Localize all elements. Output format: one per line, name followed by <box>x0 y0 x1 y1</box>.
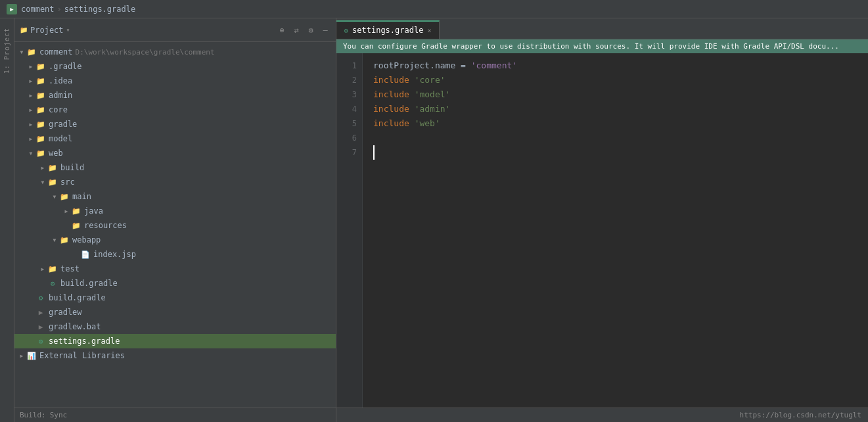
list-item-external-libraries[interactable]: ▶ 📊 External Libraries <box>14 348 336 363</box>
folder-icon: 📁 <box>71 207 81 216</box>
folder-icon: 📁 <box>20 26 28 34</box>
tree-item-label: gradle <box>49 120 77 129</box>
folder-icon: 📁 <box>35 106 46 114</box>
tree-arrow: ▶ <box>26 91 35 100</box>
code-token-include: include <box>373 116 409 131</box>
editor-area: ⚙ settings.gradle × You can configure Gr… <box>336 18 868 422</box>
jsp-icon: 📄 <box>80 250 91 259</box>
list-item[interactable]: ▶ ▶ gradlew <box>14 305 336 319</box>
list-item[interactable]: ▶ 📁 gradle <box>14 117 336 131</box>
folder-icon: 📁 <box>35 135 46 143</box>
breadcrumb-sep1: › <box>57 5 62 14</box>
tab-file-icon: ⚙ <box>344 27 348 34</box>
tree-root-path: D:\work\workspace\gradle\comment <box>76 48 215 57</box>
tree-arrow: ▼ <box>50 192 59 201</box>
list-item[interactable]: ▶ 📄 index.jsp <box>14 247 336 262</box>
main-layout: 1: Project 📁 Project ▾ ⊕ ⇄ ⚙ — ▼ 📁 <box>0 18 868 422</box>
code-content[interactable]: rootProject.name = 'comment' include 'co… <box>363 53 868 408</box>
folder-icon: 📁 <box>35 62 46 71</box>
tree-root-folder-icon: 📁 <box>26 48 37 57</box>
tree-arrow: ▶ <box>26 105 35 114</box>
list-item[interactable]: ▶ 📁 build <box>14 160 336 175</box>
tree-root-label: comment <box>39 47 73 57</box>
code-token: 'admin' <box>415 102 451 116</box>
folder-icon: 📁 <box>47 178 58 187</box>
line-number: 1 <box>352 59 357 73</box>
line-numbers: 1 2 3 4 5 6 7 <box>336 53 363 408</box>
line-number: 7 <box>352 145 357 160</box>
folder-icon: 📁 <box>47 164 58 172</box>
project-dropdown-icon[interactable]: ▾ <box>66 26 70 34</box>
tree-arrow: ▶ <box>26 293 35 302</box>
list-item[interactable]: ▶ 📁 test <box>14 262 336 276</box>
tree-item-label: main <box>72 192 91 201</box>
tree-arrow: ▶ <box>26 134 35 143</box>
code-editor[interactable]: 1 2 3 4 5 6 7 rootProject.name = 'commen… <box>336 53 868 408</box>
sidebar-label-project[interactable]: 1: Project <box>2 25 12 76</box>
code-token <box>409 116 415 131</box>
code-token <box>409 87 415 102</box>
folder-icon: 📁 <box>47 265 58 273</box>
project-panel-title: 📁 Project ▾ <box>20 26 273 35</box>
folder-icon: 📁 <box>71 222 81 230</box>
tree-item-label: build.gradle <box>49 293 106 302</box>
list-item[interactable]: ▶ 📁 model <box>14 131 336 146</box>
line-number: 4 <box>352 102 357 116</box>
tree-root[interactable]: ▼ 📁 comment D:\work\workspace\gradle\com… <box>14 45 336 59</box>
list-item[interactable]: ▶ 📁 admin <box>14 88 336 103</box>
code-line-3: include 'model' <box>373 87 857 102</box>
tree-item-label: core <box>49 105 68 114</box>
list-item[interactable]: ▼ 📁 src <box>14 175 336 189</box>
split-icon[interactable]: ⇄ <box>291 25 302 35</box>
line-number: 3 <box>352 87 357 102</box>
tree-item-label: .gradle <box>49 62 82 71</box>
tab-close-icon[interactable]: × <box>427 27 431 34</box>
tree-item-label: External Libraries <box>39 351 125 360</box>
code-token: . <box>430 59 435 73</box>
list-item[interactable]: ▶ ⚙ build.gradle <box>14 291 336 305</box>
tree-arrow: ▼ <box>50 235 59 245</box>
list-item[interactable]: ▶ ▶ gradlew.bat <box>14 319 336 334</box>
tree-item-label: .idea <box>49 76 72 85</box>
code-line-4: include 'admin' <box>373 102 857 116</box>
code-token: 'web' <box>415 116 440 131</box>
tree-arrow: ▶ <box>38 264 47 273</box>
library-icon: 📊 <box>26 352 37 360</box>
tree-item-label: test <box>60 264 80 273</box>
tree-arrow: ▶ <box>71 250 80 259</box>
minimize-icon[interactable]: — <box>320 25 331 35</box>
gradle-icon: ⚙ <box>47 279 58 288</box>
tree-arrow: ▶ <box>26 120 35 129</box>
folder-icon: 📁 <box>59 193 70 201</box>
list-item[interactable]: ▶ ⚙ build.gradle <box>14 276 336 291</box>
tab-settings-gradle[interactable]: ⚙ settings.gradle × <box>336 20 440 39</box>
breadcrumb: comment › settings.gradle <box>21 5 135 14</box>
list-item[interactable]: ▶ 📁 .idea <box>14 74 336 88</box>
project-panel-header: 📁 Project ▾ ⊕ ⇄ ⚙ — <box>14 18 336 42</box>
list-item[interactable]: ▶ 📁 resources <box>14 218 336 233</box>
list-item[interactable]: ▼ 📁 web <box>14 146 336 160</box>
code-line-1: rootProject.name = 'comment' <box>373 59 857 73</box>
code-line-5: include 'web' <box>373 116 857 131</box>
tree-item-label: gradlew.bat <box>49 322 101 331</box>
list-item[interactable]: ▶ 📁 .gradle <box>14 59 336 74</box>
tree-item-label: src <box>60 177 75 187</box>
tree-item-label: model <box>49 134 72 143</box>
list-item[interactable]: ▼ 📁 webapp <box>14 233 336 247</box>
tree-arrow: ▶ <box>38 279 47 288</box>
sync-label[interactable]: Sync <box>50 411 68 419</box>
globe-icon[interactable]: ⊕ <box>277 25 287 35</box>
folder-icon: 📁 <box>35 77 46 85</box>
list-item-settings-gradle[interactable]: ▶ ⚙ settings.gradle <box>14 334 336 348</box>
tree-item-label: settings.gradle <box>49 337 120 346</box>
statusbar: https://blog.csdn.net/ytuglt <box>336 408 868 422</box>
tree-arrow: ▼ <box>26 149 35 158</box>
tree-arrow: ▼ <box>38 177 47 187</box>
tree-arrow: ▶ <box>26 322 35 331</box>
list-item[interactable]: ▶ 📁 core <box>14 103 336 117</box>
statusbar-url: https://blog.csdn.net/ytuglt <box>740 411 861 419</box>
gear-icon[interactable]: ⚙ <box>306 25 316 35</box>
code-token-include: include <box>373 87 409 102</box>
list-item[interactable]: ▼ 📁 main <box>14 189 336 204</box>
list-item[interactable]: ▶ 📁 java <box>14 204 336 218</box>
